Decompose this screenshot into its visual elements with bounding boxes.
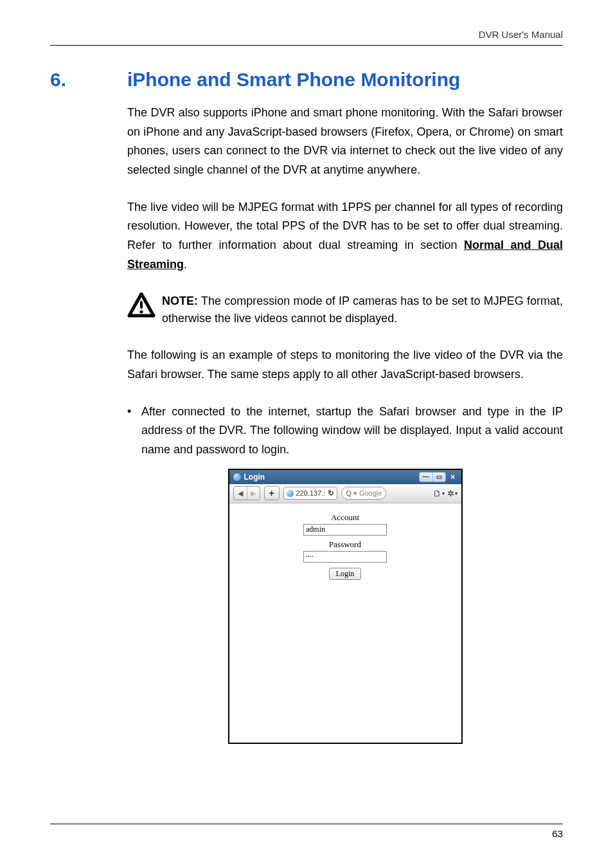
- footer-rule: [50, 824, 563, 824]
- note-label: NOTE:: [162, 294, 198, 307]
- settings-menu-button[interactable]: ✲▾: [447, 489, 458, 498]
- svg-point-1: [139, 310, 143, 313]
- browser-viewport: Account Password Login: [229, 503, 461, 743]
- safari-window: Login — ▭ × ◀ ▶ +: [228, 469, 463, 744]
- paragraph-2-post: .: [184, 258, 187, 271]
- bullet-1-text: After connected to the internet, startup…: [141, 402, 563, 460]
- note-body: The compression mode of IP cameras has t…: [162, 294, 563, 325]
- window-title: Login: [244, 473, 265, 482]
- plus-icon: +: [265, 487, 279, 500]
- header-manual-label: DVR User's Manual: [50, 29, 563, 45]
- search-placeholder: Google: [359, 489, 382, 497]
- window-close-icon[interactable]: ×: [449, 473, 458, 482]
- search-field[interactable]: Q▾ Google: [341, 487, 386, 500]
- search-icon: Q: [346, 489, 351, 497]
- window-minmax-group[interactable]: — ▭: [419, 472, 446, 482]
- reload-icon[interactable]: ↻: [328, 489, 334, 498]
- window-minimize-icon[interactable]: —: [420, 473, 432, 482]
- paragraph-2: The live video will be MJPEG format with…: [127, 198, 563, 275]
- login-button[interactable]: Login: [329, 568, 362, 580]
- password-input[interactable]: [303, 551, 387, 563]
- account-label: Account: [229, 512, 461, 523]
- section-number: 6.: [50, 69, 127, 91]
- browser-toolbar: ◀ ▶ + 220.137.: ↻ Q▾ Google: [229, 484, 461, 503]
- bullet-marker: •: [127, 402, 141, 422]
- address-bar[interactable]: 220.137.: ↻: [283, 487, 338, 500]
- nav-forward-button[interactable]: ▶: [247, 487, 260, 500]
- address-text: 220.137.:: [296, 489, 326, 497]
- nav-back-forward-group: ◀ ▶: [233, 486, 260, 500]
- nav-back-button[interactable]: ◀: [234, 487, 247, 500]
- search-engine-dropdown-icon[interactable]: ▾: [353, 489, 357, 498]
- paragraph-3: The following is an example of steps to …: [127, 346, 563, 384]
- svg-rect-0: [140, 301, 143, 309]
- paragraph-1: The DVR also supports iPhone and smart p…: [127, 104, 563, 180]
- page-icon: 🗋: [433, 489, 441, 498]
- account-input[interactable]: [303, 524, 387, 536]
- password-label: Password: [229, 539, 461, 550]
- gear-icon: ✲: [447, 489, 454, 498]
- window-favicon-icon: [233, 473, 241, 481]
- add-bookmark-button[interactable]: +: [264, 486, 280, 500]
- note-text: NOTE: The compression mode of IP cameras…: [162, 293, 563, 329]
- warning-icon: [127, 293, 155, 318]
- window-titlebar: Login — ▭ ×: [229, 470, 461, 484]
- address-favicon-icon: [287, 490, 294, 497]
- page-number: 63: [50, 828, 563, 839]
- page-menu-dropdown-icon: ▾: [442, 491, 445, 496]
- page-menu-button[interactable]: 🗋▾: [433, 489, 445, 498]
- section-title: iPhone and Smart Phone Monitoring: [127, 69, 460, 91]
- header-rule: [50, 45, 563, 46]
- window-maximize-icon[interactable]: ▭: [432, 473, 445, 482]
- settings-menu-dropdown-icon: ▾: [455, 491, 458, 496]
